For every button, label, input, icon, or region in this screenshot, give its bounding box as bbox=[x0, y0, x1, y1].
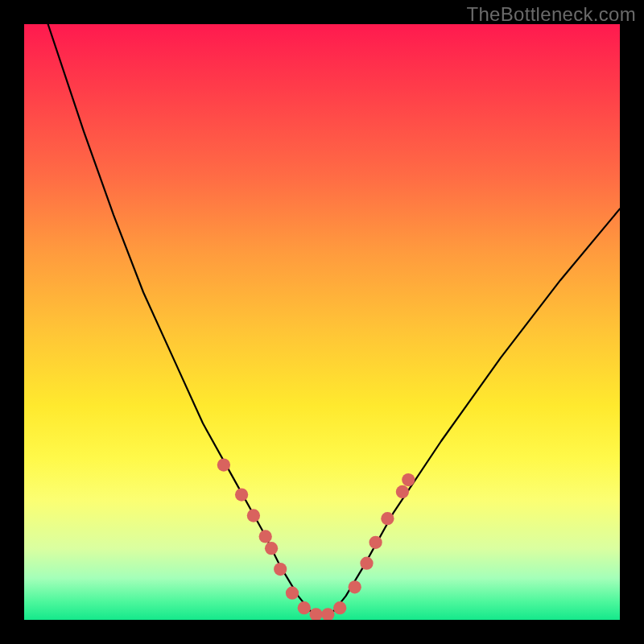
highlight-point bbox=[217, 458, 230, 471]
highlight-point bbox=[247, 509, 260, 522]
highlight-point bbox=[402, 473, 415, 486]
highlight-point bbox=[309, 608, 322, 620]
bottleneck-curve bbox=[48, 24, 620, 615]
highlight-point bbox=[286, 587, 299, 600]
highlight-point bbox=[259, 530, 272, 543]
chart-frame: TheBottleneck.com bbox=[0, 0, 644, 644]
highlight-point bbox=[333, 601, 346, 614]
highlight-point bbox=[265, 542, 278, 555]
highlight-point bbox=[274, 563, 287, 576]
highlight-point bbox=[360, 557, 373, 570]
watermark-text: TheBottleneck.com bbox=[466, 3, 636, 26]
chart-svg bbox=[24, 24, 620, 620]
plot-area bbox=[24, 24, 620, 620]
highlight-point bbox=[321, 608, 334, 620]
highlight-point bbox=[349, 580, 361, 593]
highlight-point bbox=[235, 488, 248, 501]
highlight-point bbox=[381, 512, 394, 525]
highlight-point bbox=[298, 601, 311, 614]
highlight-point bbox=[369, 536, 382, 549]
highlight-point bbox=[396, 485, 409, 498]
